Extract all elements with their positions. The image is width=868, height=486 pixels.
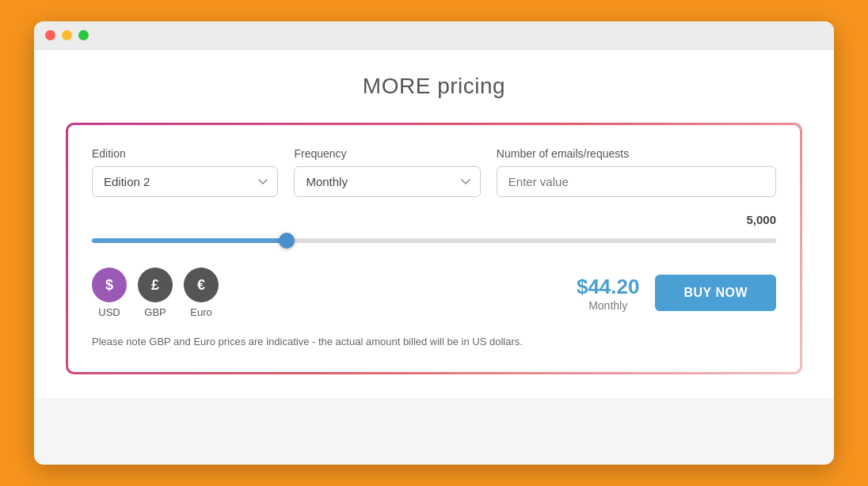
close-button[interactable] [45,30,55,40]
emails-input[interactable] [497,166,776,197]
gbp-label: GBP [144,306,166,318]
emails-label: Number of emails/requests [497,147,776,160]
price-buy: $44.20 Monthly BUY NOW [577,275,776,312]
frequency-select[interactable]: Monthly Yearly [294,166,480,197]
edition-label: Edition [92,147,278,160]
fields-row: Edition Edition 1 Edition 2 Edition 3 Fr… [92,147,776,197]
maximize-button[interactable] [78,30,89,40]
buy-now-button[interactable]: BUY NOW [655,275,776,311]
frequency-field-group: Frequency Monthly Yearly [294,147,480,197]
minimize-button[interactable] [62,30,72,40]
eur-icon[interactable]: € [184,268,219,302]
frequency-label: Frequency [294,147,480,160]
usd-icon[interactable]: $ [92,268,127,302]
titlebar [34,21,834,50]
quantity-slider[interactable] [92,238,776,243]
pricing-card-inner: Edition Edition 1 Edition 2 Edition 3 Fr… [68,125,800,372]
currency-eur-item[interactable]: € Euro [184,268,219,318]
price-frequency: Monthly [577,299,640,312]
price-display: $44.20 Monthly [577,275,640,312]
app-window: MORE pricing Edition Edition 1 Edition 2… [34,21,834,465]
disclaimer-text: Please note GBP and Euro prices are indi… [92,334,776,350]
edition-select[interactable]: Edition 1 Edition 2 Edition 3 [92,166,278,197]
gbp-icon[interactable]: £ [138,268,173,302]
pricing-card: Edition Edition 1 Edition 2 Edition 3 Fr… [66,123,802,374]
slider-value: 5,000 [92,213,776,226]
eur-label: Euro [190,306,211,318]
window-content: MORE pricing Edition Edition 1 Edition 2… [34,50,834,398]
slider-section: 5,000 [92,213,776,249]
currency-gbp-item[interactable]: £ GBP [138,268,173,318]
slider-container [92,233,776,249]
bottom-row: $ USD £ GBP € Euro [92,268,776,318]
currency-icons: $ USD £ GBP € Euro [92,268,219,318]
currency-usd-item[interactable]: $ USD [92,268,127,318]
usd-label: USD [98,306,120,318]
price-amount: $44.20 [577,275,640,299]
emails-field-group: Number of emails/requests [497,147,776,197]
edition-field-group: Edition Edition 1 Edition 2 Edition 3 [92,147,278,197]
page-title: MORE pricing [66,74,802,99]
